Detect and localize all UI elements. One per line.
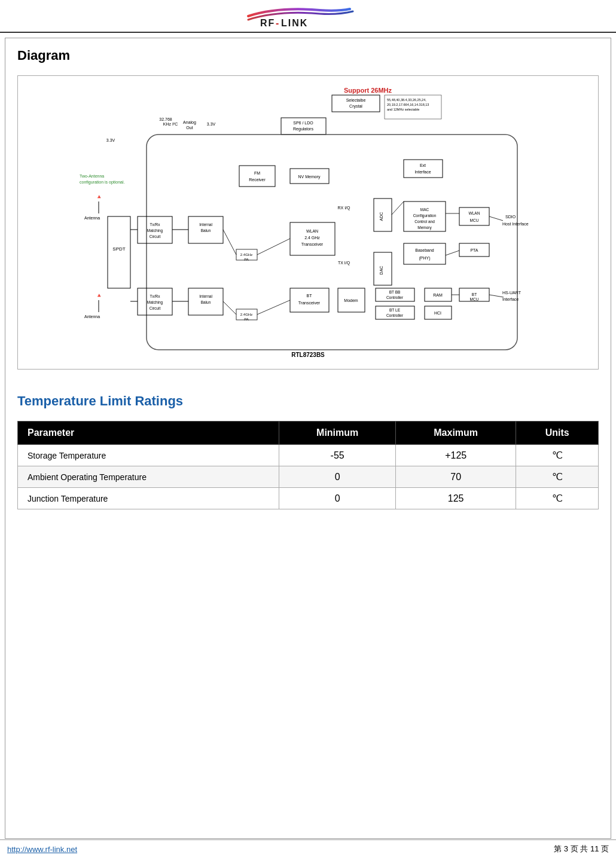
svg-text:WLAN: WLAN bbox=[469, 211, 480, 215]
svg-text:and 12MHz selectable: and 12MHz selectable bbox=[387, 108, 419, 111]
svg-text:20,19.2,17.664,16,14.318,13: 20,19.2,17.664,16,14.318,13 bbox=[387, 103, 429, 106]
svg-text:Internal: Internal bbox=[199, 222, 212, 227]
svg-text:ADC: ADC bbox=[379, 212, 383, 221]
svg-text:Regulators: Regulators bbox=[293, 127, 313, 132]
svg-text:Controller: Controller bbox=[386, 295, 404, 300]
svg-text:Circuit: Circuit bbox=[150, 234, 161, 239]
table-cell-maximum: 125 bbox=[395, 488, 516, 509]
table-cell-maximum: +125 bbox=[395, 445, 516, 466]
svg-text:Matching: Matching bbox=[147, 300, 163, 305]
svg-line-117 bbox=[489, 295, 504, 297]
svg-text:Interface: Interface bbox=[502, 297, 519, 301]
svg-rect-20 bbox=[147, 135, 517, 350]
svg-text:2.4GHz: 2.4GHz bbox=[240, 253, 252, 257]
table-cell-units: ℃ bbox=[516, 466, 599, 488]
svg-text:HCI: HCI bbox=[434, 311, 441, 315]
svg-text:RX I/Q: RX I/Q bbox=[337, 206, 350, 210]
rflink-logo-icon: RF - LINK bbox=[242, 5, 374, 28]
svg-text:-: - bbox=[276, 18, 279, 28]
svg-text:2.4 GHz: 2.4 GHz bbox=[304, 236, 320, 240]
svg-text:SPDT: SPDT bbox=[112, 246, 125, 252]
svg-rect-45 bbox=[239, 166, 275, 187]
svg-line-112 bbox=[392, 201, 404, 215]
svg-text:MAC: MAC bbox=[420, 207, 429, 212]
svg-text:BT: BT bbox=[307, 294, 313, 298]
table-cell-minimum: 0 bbox=[279, 488, 396, 509]
svg-line-111 bbox=[257, 300, 290, 315]
svg-text:PA: PA bbox=[244, 317, 249, 321]
svg-text:Host Interface: Host Interface bbox=[502, 222, 529, 226]
svg-text:🔺: 🔺 bbox=[96, 292, 103, 299]
svg-text:Receiver: Receiver bbox=[249, 178, 266, 182]
svg-text:32.768: 32.768 bbox=[159, 117, 172, 121]
page-footer: http://www.rf-link.net 第 3 页 共 11 页 bbox=[0, 839, 616, 858]
svg-text:3.3V: 3.3V bbox=[207, 122, 216, 126]
svg-text:HS-UART: HS-UART bbox=[502, 291, 522, 295]
table-header-parameter: Parameter bbox=[18, 422, 279, 445]
table-cell-minimum: -55 bbox=[279, 445, 396, 466]
svg-text:Transceiver: Transceiver bbox=[298, 301, 321, 305]
table-header-maximum: Maximum bbox=[395, 422, 516, 445]
svg-text:Transceiver: Transceiver bbox=[301, 242, 324, 246]
svg-text:Balun: Balun bbox=[201, 300, 211, 304]
svg-text:RF: RF bbox=[260, 18, 275, 28]
svg-text:Ext: Ext bbox=[420, 163, 426, 167]
table-cell-parameter: Storage Temperature bbox=[18, 445, 279, 466]
table-header-minimum: Minimum bbox=[279, 422, 396, 445]
svg-text:BT: BT bbox=[472, 292, 477, 297]
svg-text:WLAN: WLAN bbox=[306, 229, 318, 233]
table-cell-maximum: 70 bbox=[395, 466, 516, 488]
svg-text:Control and: Control and bbox=[414, 219, 435, 224]
svg-text:MCU: MCU bbox=[470, 297, 479, 301]
svg-line-107 bbox=[257, 239, 290, 255]
svg-rect-71 bbox=[404, 160, 443, 178]
svg-text:MCU: MCU bbox=[470, 218, 479, 222]
svg-text:DAC: DAC bbox=[379, 266, 383, 275]
svg-text:BT LE: BT LE bbox=[389, 308, 401, 312]
svg-text:Support 26MHz: Support 26MHz bbox=[344, 87, 392, 94]
block-diagram-icon: Support 26MHz Selectalbe Crystal 55,48,4… bbox=[51, 82, 565, 363]
svg-rect-60 bbox=[290, 288, 329, 312]
svg-text:PA: PA bbox=[244, 258, 249, 261]
svg-rect-29 bbox=[108, 216, 130, 288]
svg-text:BT BB: BT BB bbox=[389, 290, 401, 294]
svg-text:PTA: PTA bbox=[470, 248, 478, 252]
table-header-units: Units bbox=[516, 422, 599, 445]
footer-page-info: 第 3 页 共 11 页 bbox=[554, 844, 609, 854]
svg-text:TX I/Q: TX I/Q bbox=[338, 261, 350, 265]
svg-text:Two-Antenna: Two-Antenna bbox=[80, 174, 104, 178]
svg-text:Modem: Modem bbox=[344, 298, 358, 303]
svg-text:Crystal: Crystal bbox=[349, 104, 362, 109]
svg-line-106 bbox=[223, 230, 236, 255]
svg-line-115 bbox=[489, 216, 503, 221]
svg-text:Tx/Rx: Tx/Rx bbox=[150, 294, 161, 298]
svg-text:Analog: Analog bbox=[183, 120, 196, 125]
svg-line-114 bbox=[446, 251, 459, 255]
logo-container: RF - LINK bbox=[242, 5, 374, 28]
svg-text:Baseband: Baseband bbox=[415, 248, 434, 252]
svg-text:SP6 / LDO: SP6 / LDO bbox=[293, 121, 313, 125]
table-cell-parameter: Ambient Operating Temperature bbox=[18, 466, 279, 488]
svg-line-110 bbox=[223, 301, 236, 315]
svg-text:Tx/Rx: Tx/Rx bbox=[150, 222, 161, 227]
temperature-section-title: Temperature Limit Ratings bbox=[17, 393, 599, 409]
svg-text:Memory: Memory bbox=[417, 225, 432, 230]
svg-text:2.4GHz: 2.4GHz bbox=[240, 313, 252, 316]
main-content: Diagram Support 26MHz Selectalbe Crystal… bbox=[5, 38, 611, 839]
svg-text:KHz  I²C: KHz I²C bbox=[163, 122, 178, 126]
svg-rect-79 bbox=[404, 243, 446, 264]
svg-text:NV Memory: NV Memory bbox=[298, 175, 321, 179]
footer-link[interactable]: http://www.rf-link.net bbox=[7, 845, 77, 854]
svg-text:Antenna: Antenna bbox=[84, 216, 100, 220]
svg-rect-92 bbox=[459, 207, 489, 225]
svg-text:RAM: RAM bbox=[433, 293, 443, 297]
table-cell-parameter: Junction Temperature bbox=[18, 488, 279, 509]
svg-text:Antenna: Antenna bbox=[84, 315, 100, 319]
svg-text:Configuration: Configuration bbox=[413, 213, 437, 218]
svg-text:FM: FM bbox=[254, 171, 260, 175]
table-row: Storage Temperature-55+125℃ bbox=[18, 445, 599, 466]
svg-text:Controller: Controller bbox=[386, 313, 404, 317]
svg-text:RTL8723BS: RTL8723BS bbox=[291, 352, 325, 358]
svg-text:Out: Out bbox=[186, 126, 193, 130]
svg-text:Selectalbe: Selectalbe bbox=[346, 98, 366, 102]
